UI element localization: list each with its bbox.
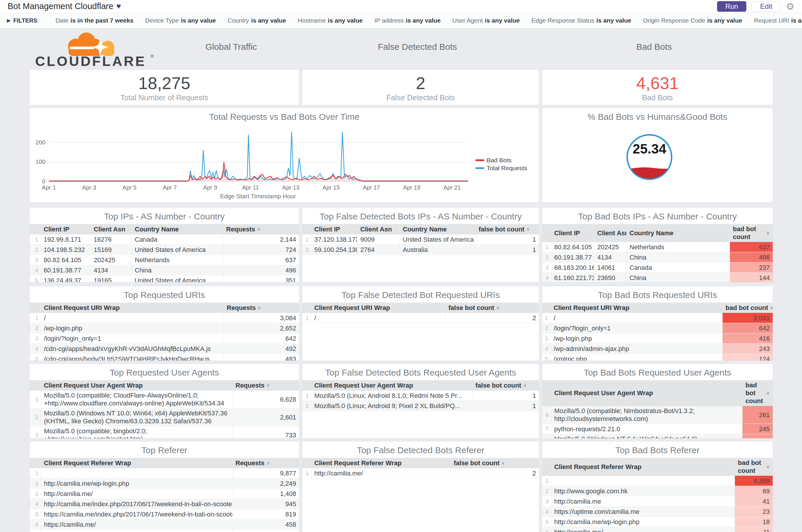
gear-icon[interactable]: ⚙	[786, 1, 795, 12]
table-row[interactable]: 6Mozilla/5.0 (compatible; Nimbostratus-B…	[542, 406, 773, 424]
table-row[interactable]: 6https://camilia.me/458	[30, 519, 299, 530]
table-row[interactable]: 5/cdn-cgi/apps/body/3Lh52SjWTQ4HRlErJykH…	[30, 354, 299, 361]
table-row[interactable]: 7python-requests/2.21.0245	[542, 424, 773, 434]
table-row[interactable]: 2/wp-login.php2,652	[30, 323, 299, 334]
row-number: 1	[30, 468, 41, 478]
column-header: Client Request User Agent Wrap	[311, 380, 472, 390]
gauge-chart[interactable]: 25.34	[542, 125, 773, 201]
table-header-row: Client Request User Agent Wrapfalse bot …	[302, 380, 539, 391]
filter-item[interactable]: Origin Response Codeis any value	[643, 17, 742, 24]
svg-text:Apr 11: Apr 11	[242, 184, 259, 191]
filter-item[interactable]: Countryis any value	[228, 17, 286, 24]
table-row[interactable]: 19,877	[30, 468, 299, 478]
value-cell: 724	[223, 245, 299, 254]
table-row[interactable]: 1/2,031	[542, 313, 773, 323]
row-number: 5	[542, 517, 551, 527]
false-ips-table: Client IPClient AsnCountry Namefalse bot…	[302, 224, 539, 255]
sort-header[interactable]: false bot count∨	[472, 380, 539, 390]
table-row[interactable]: 5http://camilia.me/wp-login.php18	[542, 517, 773, 527]
tile-bad-user-agents: Top Bad Bots Requested User Agents Clien…	[542, 364, 773, 439]
table-row[interactable]: 3/login/?login_only=1642	[30, 334, 299, 344]
filter-item[interactable]: Edge Response Statusis any value	[531, 17, 631, 24]
table-row[interactable]: 6http://camilia.me/11	[542, 527, 773, 532]
table-row[interactable]: 461.160.221.7323650China144	[542, 273, 773, 282]
table-row[interactable]: 4/wp-admin/admin-ajax.php243	[542, 344, 773, 354]
table-row[interactable]: 2/login/?login_only=1642	[542, 323, 773, 334]
table-row[interactable]: 4https://uptime.com/camilia.me23	[542, 507, 773, 517]
value-cell: 3,084	[224, 313, 299, 323]
table-row[interactable]: 1Mozilla/5.0 (compatible; CloudFlare-Alw…	[30, 391, 299, 408]
sort-header[interactable]: bad bot count∨	[742, 380, 773, 406]
value-cell: 351	[223, 276, 299, 282]
table-row[interactable]: 2http://camilia.me/wp-login.php2,249	[30, 478, 299, 489]
sort-header[interactable]: false bot count∨	[445, 303, 539, 312]
table-row[interactable]: 2104.198.5.23215169United States of Amer…	[30, 245, 299, 255]
table-cell: 23650	[594, 273, 626, 282]
row-number: 2	[30, 408, 41, 426]
table-row[interactable]: 8Mozilla/5.0 (Windows NT 6.1; Win64; x64…	[542, 434, 773, 439]
sort-header[interactable]: Requests∨	[224, 303, 299, 312]
sort-header[interactable]: bad bot count∨	[734, 458, 773, 475]
table-row[interactable]: 3/wp-login.php416	[542, 334, 773, 344]
sort-header[interactable]: bad bot count∨	[730, 224, 773, 242]
table-row[interactable]: 3Mozilla/5.0 (compatible; bingbot/2.0; +…	[30, 426, 299, 439]
table-cell: Mozilla/5.0 (compatible; bingbot/2.0; +h…	[41, 426, 232, 439]
table-row[interactable]: 5136.24.49.3719165United States of Ameri…	[30, 276, 299, 282]
table-row[interactable]: 460.191.38.774134China496	[30, 265, 299, 276]
table-header-row: Client IPClient AsnCountry NameRequests∨	[30, 224, 299, 234]
table-row[interactable]: 259.100.254.1302764Australia1	[302, 245, 539, 255]
filters-toggle[interactable]: ▶ FILTERS	[7, 17, 37, 24]
table-row[interactable]: 260.191.38.774134China496	[542, 252, 773, 263]
table-row[interactable]: 7http://camilia.me/index.php/2017/05/14/…	[30, 530, 299, 532]
table-row[interactable]: 5https://camilia.me/index.php/2017/06/17…	[30, 509, 299, 519]
table-row[interactable]: 5/xmlrpc.php124	[542, 354, 773, 361]
table-row[interactable]: 3http://camilia.me/1,408	[30, 489, 299, 499]
table-row[interactable]: 14,359	[542, 476, 773, 486]
svg-text:®: ®	[151, 54, 154, 59]
table-row[interactable]: 180.82.64.105202425Netherlands637	[542, 242, 773, 252]
tile-bad-ips: Top Bad Bots IPs - AS Number - Country C…	[542, 207, 773, 282]
svg-text:Apr 17: Apr 17	[363, 184, 380, 191]
bad-uris-table: Client Request URI Wrapbad bot count∨1/2…	[542, 303, 773, 361]
filter-item[interactable]: Device Typeis any value	[145, 17, 216, 24]
table-cell: /	[41, 313, 224, 323]
edit-button[interactable]: Edit	[751, 1, 781, 12]
tile-top-uris: Top Requested URIs Client Request URI Wr…	[29, 286, 299, 361]
run-button[interactable]: Run	[717, 1, 746, 12]
sort-header[interactable]: Requests∨	[232, 380, 299, 390]
filter-item[interactable]: User Agentis any value	[452, 17, 520, 24]
filter-item[interactable]: Request URIis any value	[754, 17, 802, 24]
table-row[interactable]: 1Mozilla/5.0 (Linux; Android 8.1.0; Redm…	[302, 391, 539, 401]
sort-header[interactable]: false bot count∨	[475, 224, 539, 234]
table-row[interactable]: 2Mozilla/5.0 (Linux; Android 9; Pixel 2 …	[302, 401, 539, 411]
tile-title: Top Bad Bots IPs - AS Number - Country	[542, 208, 773, 224]
table-row[interactable]: 1http://camilia.me/2	[302, 468, 539, 478]
row-number: 1	[302, 234, 311, 244]
table-row[interactable]: 4http://camilia.me/index.php/2017/06/17/…	[30, 499, 299, 509]
sort-header[interactable]: false bot count∨	[451, 458, 539, 468]
table-row[interactable]: 137.120.138.1739009United States of Amer…	[302, 234, 539, 245]
line-chart[interactable]: 0100200Apr 1Apr 3Apr 5Apr 7Apr 9Apr 11Ap…	[30, 125, 539, 203]
table-row[interactable]: 2Mozilla/5.0 (Windows NT 10.0; Win64; x6…	[30, 408, 299, 426]
sort-header[interactable]: Requests∨	[232, 458, 299, 468]
table-row[interactable]: 3http://camilia.me41	[542, 496, 773, 507]
table-cell: 136.24.49.37	[40, 276, 91, 282]
table-row[interactable]: 380.82.64.105202425Netherlands637	[30, 255, 299, 265]
table-row[interactable]: 4/cdn-cgi/apps/head/xVgyKhR-vV3dAUGhMqfB…	[30, 344, 299, 354]
table-cell	[551, 476, 734, 486]
table-row[interactable]: 2http://www.google.com.hk69	[542, 486, 773, 496]
filter-item[interactable]: IP addressis any value	[374, 17, 441, 24]
sort-header[interactable]: Requests∨	[223, 224, 299, 234]
row-number: 3	[30, 426, 41, 439]
filter-item[interactable]: Dateis in the past 7 weeks	[55, 17, 133, 24]
sort-header[interactable]: bad bot count∨	[722, 303, 773, 312]
table-row[interactable]: 1192.99.8.17116276Canada2,144	[30, 234, 299, 245]
table-row[interactable]: 1/3,084	[30, 313, 299, 323]
table-row[interactable]: 368.183.200.16714061Canada237	[542, 263, 773, 273]
table-row[interactable]: 1/2	[302, 313, 539, 323]
row-number: 2	[30, 323, 41, 333]
metric-label: Bad Bots	[542, 93, 773, 102]
table-cell: 202425	[594, 242, 626, 252]
column-header: Country Name	[626, 224, 730, 242]
filter-item[interactable]: Hostnameis any value	[298, 17, 363, 24]
